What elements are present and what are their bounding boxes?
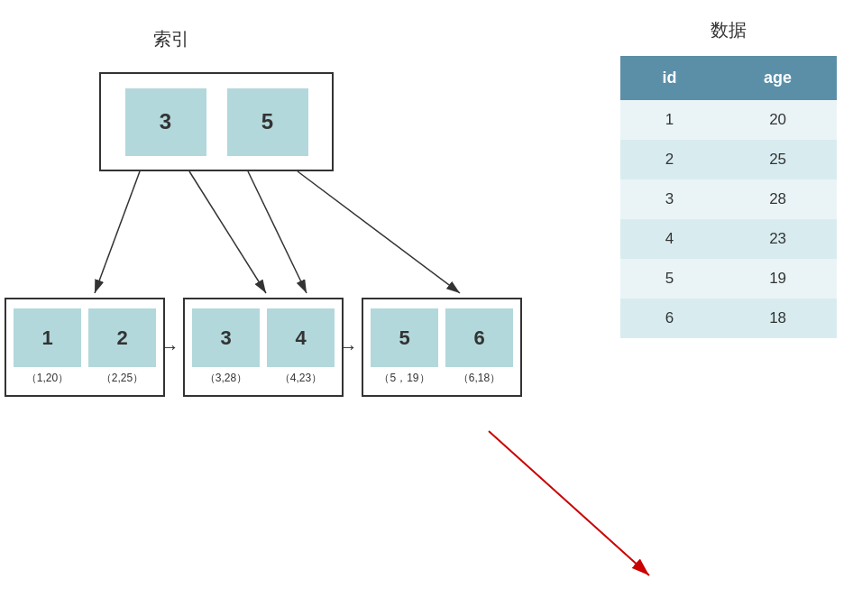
table-cell-5-0: 6 <box>620 299 719 338</box>
leaf-node-0: 1 （1,20） 2 （2,25） → <box>5 298 165 397</box>
index-title: 索引 <box>0 27 343 51</box>
table-row-1: 225 <box>620 140 837 179</box>
svg-line-4 <box>298 171 460 293</box>
root-node: 3 5 <box>99 72 334 171</box>
table-cell-3-1: 23 <box>719 219 837 259</box>
table-row-3: 423 <box>620 219 837 259</box>
col-age-header: age <box>719 56 837 100</box>
tree-section: 索引 3 5 1 （1,20） 2 （2,25） → <box>0 0 595 616</box>
table-cell-0-0: 1 <box>620 100 719 140</box>
leaf-cell-2-1: 6 <box>445 308 513 367</box>
leaf-node-2: 5 （5，19） 6 （6,18） <box>362 298 522 397</box>
leaf-cell-0-1: 2 <box>88 308 156 367</box>
leaf-arrow-0: → <box>160 336 179 359</box>
table-cell-4-1: 19 <box>719 259 837 299</box>
svg-line-1 <box>95 171 140 293</box>
table-cell-1-1: 25 <box>719 140 837 179</box>
root-cell-1: 5 <box>227 88 308 156</box>
table-cell-3-0: 4 <box>620 219 719 259</box>
leaf-cell-wrapper-0-1: 2 （2,25） <box>88 308 156 386</box>
table-row-4: 519 <box>620 259 837 299</box>
table-cell-1-0: 2 <box>620 140 719 179</box>
leaf-cell-wrapper-0-0: 1 （1,20） <box>14 308 81 386</box>
svg-line-2 <box>189 171 266 293</box>
leaf-cell-wrapper-2-1: 6 （6,18） <box>445 308 513 386</box>
col-id-header: id <box>620 56 719 100</box>
leaf-label-0-1: （2,25） <box>101 371 143 386</box>
root-cell-0: 3 <box>125 88 206 156</box>
leaf-label-2-0: （5，19） <box>379 371 429 386</box>
data-title: 数据 <box>595 18 862 42</box>
svg-line-3 <box>248 171 307 293</box>
leaf-cell-2-0: 5 <box>371 308 438 367</box>
leaf-cell-wrapper-1-1: 4 （4,23） <box>267 308 335 386</box>
table-row-2: 328 <box>620 179 837 219</box>
table-cell-2-1: 28 <box>719 179 837 219</box>
leaf-label-0-0: （1,20） <box>26 371 69 386</box>
table-cell-4-0: 5 <box>620 259 719 299</box>
leaf-label-2-1: （6,18） <box>458 371 500 386</box>
data-section: 数据 id age 120225328423519618 <box>595 0 862 616</box>
leaf-node-1: 3 （3,28） 4 （4,23） → <box>183 298 344 397</box>
leaf-row: 1 （1,20） 2 （2,25） → 3 （3,28） 4 （4,23） <box>0 298 522 397</box>
table-row-5: 618 <box>620 299 837 338</box>
main-container: 索引 3 5 1 （1,20） 2 （2,25） → <box>0 0 862 616</box>
leaf-label-1-1: （4,23） <box>280 371 322 386</box>
leaf-cell-wrapper-1-0: 3 （3,28） <box>192 308 260 386</box>
leaf-cell-0-0: 1 <box>14 308 81 367</box>
leaf-cell-1-1: 4 <box>267 308 335 367</box>
data-table: id age 120225328423519618 <box>620 56 837 338</box>
leaf-cell-wrapper-2-0: 5 （5，19） <box>371 308 438 386</box>
leaf-label-1-0: （3,28） <box>205 371 247 386</box>
table-row-0: 120 <box>620 100 837 140</box>
table-cell-0-1: 20 <box>719 100 837 140</box>
table-cell-2-0: 3 <box>620 179 719 219</box>
leaf-cell-1-0: 3 <box>192 308 260 367</box>
leaf-arrow-1: → <box>338 336 358 359</box>
table-cell-5-1: 18 <box>719 299 837 338</box>
